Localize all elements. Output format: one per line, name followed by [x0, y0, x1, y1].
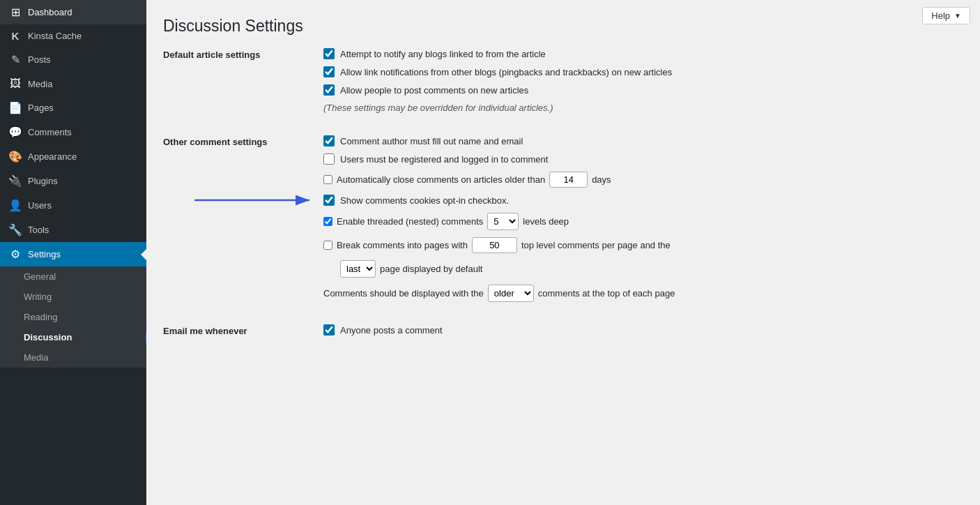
- tools-icon: 🔧: [8, 223, 22, 236]
- row-author-name-email: Comment author must fill out name and em…: [323, 135, 966, 146]
- posts-icon: ✎: [8, 53, 22, 66]
- label-comments-order-after: comments at the top of each page: [538, 288, 675, 299]
- sidebar-item-label: Media: [28, 79, 52, 89]
- main-content: Help ▼ Discussion Settings Default artic…: [146, 0, 980, 505]
- sidebar-item-label: Appearance: [28, 151, 77, 162]
- sidebar-item-kinsta-cache[interactable]: K Kinsta Cache: [0, 24, 146, 47]
- submenu-item-discussion[interactable]: Discussion: [0, 327, 146, 347]
- checkbox-notify-blogs: Attempt to notify any blogs linked to fr…: [323, 48, 966, 59]
- default-article-label: Default article settings: [163, 48, 323, 60]
- row-threaded-comments: Enable threaded (nested) comments 1234 5…: [323, 213, 966, 230]
- checkbox-auto-close[interactable]: [323, 175, 332, 184]
- label-cookies-opt-in: Show comments cookies opt-in checkbox.: [340, 195, 509, 206]
- checkbox-notify-blogs-label: Attempt to notify any blogs linked to fr…: [340, 49, 546, 59]
- checkbox-notify-blogs-input[interactable]: [323, 48, 335, 59]
- active-indicator: [141, 249, 146, 260]
- kinsta-icon: K: [8, 30, 22, 42]
- settings-icon: ⚙: [8, 248, 22, 261]
- label-comments-order-before: Comments should be displayed with the: [323, 288, 484, 299]
- sidebar-item-label: Settings: [28, 249, 61, 259]
- label-anyone-posts: Anyone posts a comment: [340, 325, 443, 336]
- sidebar-item-appearance[interactable]: 🎨 Appearance: [0, 144, 146, 169]
- label-registered-only: Users must be registered and logged in t…: [340, 154, 548, 165]
- checkbox-allow-comments-input[interactable]: [323, 84, 335, 96]
- page-title: Discussion Settings: [163, 17, 966, 36]
- users-icon: 👤: [8, 199, 22, 212]
- help-button[interactable]: Help ▼: [922, 7, 970, 24]
- label-auto-close-before: Automatically close comments on articles…: [337, 174, 545, 185]
- label-break-before: Break comments into pages with: [337, 240, 468, 250]
- row-page-displayed: first last page displayed by default: [340, 260, 966, 278]
- sidebar-item-dashboard[interactable]: ⊞ Dashboard: [0, 0, 146, 24]
- sidebar-item-pages[interactable]: 📄 Pages: [0, 96, 146, 120]
- checkbox-allow-pingbacks-label: Allow link notifications from other blog…: [340, 67, 672, 77]
- sidebar-item-media[interactable]: 🖼 Media: [0, 72, 146, 96]
- row-registered-only: Users must be registered and logged in t…: [323, 153, 966, 165]
- sidebar-item-posts[interactable]: ✎ Posts: [0, 47, 146, 72]
- plugins-icon: 🔌: [8, 174, 22, 188]
- label-threaded-before: Enable threaded (nested) comments: [337, 216, 483, 227]
- help-label: Help: [931, 10, 950, 21]
- checkbox-break-pages[interactable]: [323, 241, 332, 250]
- input-break-pages-count[interactable]: [472, 237, 517, 253]
- select-threaded-depth[interactable]: 1234 567 8910: [487, 213, 519, 230]
- checkbox-author-name-email[interactable]: [323, 135, 335, 146]
- label-threaded-after: levels deep: [523, 216, 569, 227]
- submenu-item-general[interactable]: General: [0, 266, 146, 287]
- sidebar-item-users[interactable]: 👤 Users: [0, 193, 146, 218]
- sidebar-item-tools[interactable]: 🔧 Tools: [0, 218, 146, 242]
- comments-icon: 💬: [8, 126, 22, 139]
- other-comment-section: Other comment settings Comment author mu…: [163, 135, 966, 309]
- row-cookies-checkbox: Show comments cookies opt-in checkbox.: [323, 195, 966, 206]
- sidebar-item-label: Plugins: [28, 176, 58, 186]
- email-whenever-section: Email me whenever Anyone posts a comment: [163, 324, 966, 342]
- email-whenever-label: Email me whenever: [163, 324, 323, 336]
- appearance-icon: 🎨: [8, 150, 22, 163]
- cookies-arrow-annotation: [194, 193, 316, 208]
- dashboard-icon: ⊞: [8, 6, 22, 19]
- media-icon: 🖼: [8, 77, 22, 90]
- label-break-after: top level comments per page and the: [521, 240, 671, 250]
- row-anyone-posts: Anyone posts a comment: [323, 324, 966, 336]
- sidebar-item-label: Posts: [28, 54, 51, 65]
- submenu-item-writing[interactable]: Writing: [0, 287, 146, 307]
- article-settings-note: (These settings may be overridden for in…: [323, 103, 966, 113]
- input-auto-close-days[interactable]: [549, 172, 588, 188]
- checkbox-anyone-posts[interactable]: [323, 324, 335, 336]
- sidebar-item-label: Pages: [28, 103, 54, 113]
- sidebar-item-settings[interactable]: ⚙ Settings: [0, 242, 146, 266]
- submenu-item-media-settings[interactable]: Media: [0, 347, 146, 368]
- sidebar-item-label: Comments: [28, 127, 72, 137]
- label-author-name-email: Comment author must fill out name and em…: [340, 136, 523, 146]
- checkbox-threaded-comments[interactable]: [323, 217, 332, 226]
- sidebar: ⊞ Dashboard K Kinsta Cache ✎ Posts 🖼 Med…: [0, 0, 146, 505]
- label-page-displayed: page displayed by default: [380, 264, 482, 274]
- other-comment-label: Other comment settings: [163, 135, 323, 147]
- submenu-item-reading[interactable]: Reading: [0, 307, 146, 327]
- sidebar-item-label: Kinsta Cache: [28, 31, 82, 41]
- sidebar-item-label: Users: [28, 200, 52, 211]
- label-auto-close-after: days: [592, 174, 611, 185]
- checkbox-allow-comments: Allow people to post comments on new art…: [323, 84, 966, 96]
- email-whenever-content: Anyone posts a comment: [323, 324, 966, 342]
- row-break-pages: Break comments into pages with top level…: [323, 237, 966, 253]
- checkbox-registered-only[interactable]: [323, 153, 335, 165]
- row-auto-close: Automatically close comments on articles…: [323, 172, 966, 188]
- select-page-displayed[interactable]: first last: [340, 260, 376, 278]
- row-comments-order: Comments should be displayed with the ne…: [323, 285, 966, 302]
- checkbox-allow-comments-label: Allow people to post comments on new art…: [340, 85, 528, 96]
- chevron-down-icon: ▼: [954, 12, 961, 20]
- other-comment-content: Comment author must fill out name and em…: [323, 135, 966, 309]
- checkbox-allow-pingbacks: Allow link notifications from other blog…: [323, 66, 966, 77]
- sidebar-item-comments[interactable]: 💬 Comments: [0, 120, 146, 144]
- sidebar-item-label: Dashboard: [28, 7, 72, 17]
- select-comments-order[interactable]: newer older: [488, 285, 534, 302]
- default-article-section: Default article settings Attempt to noti…: [163, 48, 966, 120]
- sidebar-item-plugins[interactable]: 🔌 Plugins: [0, 169, 146, 193]
- checkbox-cookies-opt-in[interactable]: [323, 195, 335, 206]
- settings-submenu: General Writing Reading Discussion Media: [0, 266, 146, 368]
- pages-icon: 📄: [8, 101, 22, 114]
- default-article-content: Attempt to notify any blogs linked to fr…: [323, 48, 966, 120]
- checkbox-allow-pingbacks-input[interactable]: [323, 66, 335, 77]
- sidebar-item-label: Tools: [28, 225, 49, 235]
